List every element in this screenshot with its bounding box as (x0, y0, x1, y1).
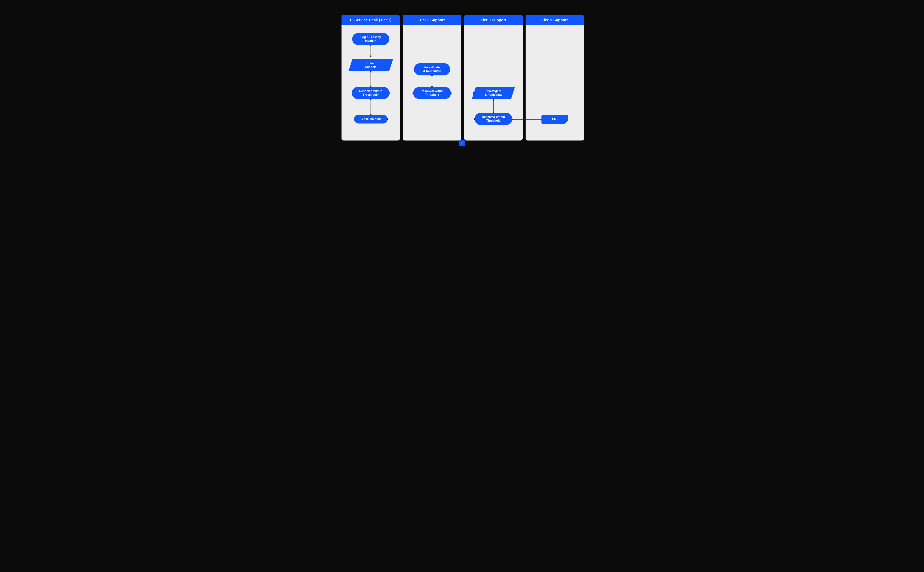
node-label: & Remediate (485, 93, 502, 96)
svg-point-26 (461, 143, 461, 144)
lane-header: Tier 2 Support (403, 15, 461, 25)
node-label: Threshold? (363, 93, 379, 96)
lane-header: IT Service Desk (Tier 1) (341, 15, 400, 25)
node-label: Incident (365, 39, 376, 42)
node-label: Initial (367, 62, 375, 65)
node-t3-investigate: Investigate & Remediate (474, 87, 513, 99)
node-label: Log & Classify (360, 36, 381, 39)
node-label: Etc. (552, 118, 557, 121)
node-label: Threshold (425, 93, 439, 96)
node-label: Investigate (424, 66, 440, 69)
swimlane-diagram: IT Service Desk (Tier 1) Tier 2 Support … (329, 0, 595, 150)
node-label: & Remediate (423, 70, 441, 73)
node-t3-resolved: Resolved Within Threshold (474, 113, 512, 125)
node-close-incident: Close Incident (354, 115, 388, 123)
node-label: Threshold (486, 119, 501, 122)
spark-icon (460, 141, 464, 145)
node-label: Resolved Within (482, 115, 505, 118)
lane-tier2: Tier 2 Support (403, 15, 461, 140)
node-t2-investigate: Investigate & Remediate (414, 63, 450, 75)
lane-header: Tier 3 Support (464, 15, 522, 25)
node-resolved-question: Resolved Within Threshold? (352, 87, 389, 99)
node-label: Close Incident (361, 117, 381, 121)
node-label: Investigate (486, 90, 501, 93)
node-label: Resolved Within (421, 90, 443, 93)
node-t2-resolved: Resolved Within Threshold (413, 87, 451, 99)
node-label: Resolved Within (359, 90, 382, 93)
node-initial-support: Initial Support (350, 59, 391, 72)
node-log-classify: Log & Classify Incident (352, 33, 389, 45)
svg-point-27 (463, 142, 463, 143)
brand-badge (459, 140, 465, 146)
lane-header: Tier N Support (526, 15, 584, 25)
node-etc: Etc. (541, 115, 568, 124)
node-label: Support (365, 65, 376, 68)
